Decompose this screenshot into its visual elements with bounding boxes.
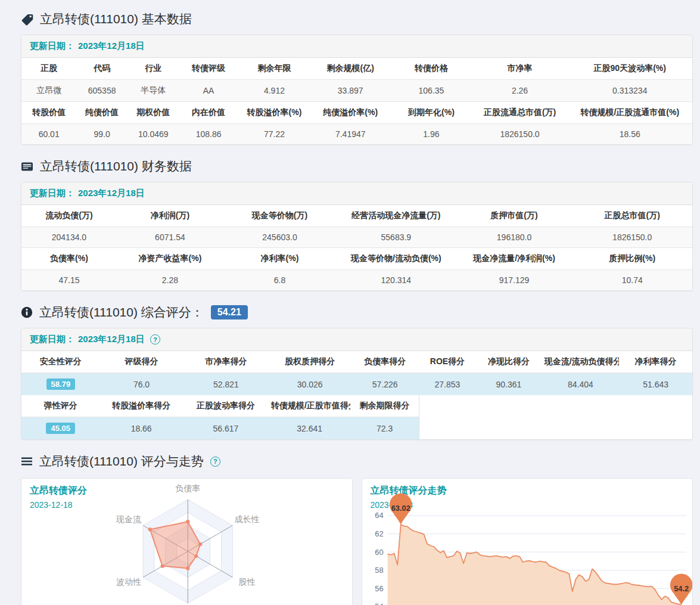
column-header: 净利润(万) xyxy=(117,205,223,227)
cell-value: 84.404 xyxy=(542,373,619,396)
svg-text:62: 62 xyxy=(375,529,383,538)
column-header: 市净率 xyxy=(472,58,568,80)
column-header: 负债率(%) xyxy=(21,248,117,270)
cell-value: 99.0 xyxy=(76,124,127,145)
score-update-bar: 更新日期： 2023年12月18日 ? xyxy=(21,328,692,351)
cell-value: 45.05 xyxy=(21,417,99,440)
cell-value: 30.026 xyxy=(269,373,350,396)
cell-value: 60.01 xyxy=(21,124,76,145)
cell-value: 77.22 xyxy=(238,124,311,145)
update-date-label: 更新日期： xyxy=(30,188,74,199)
column-header: 代码 xyxy=(76,58,127,80)
cell-value: 76.0 xyxy=(100,373,183,396)
cell-value: 10.74 xyxy=(572,270,692,291)
svg-text:64: 64 xyxy=(375,511,383,520)
cell-value: 10.0469 xyxy=(127,124,179,145)
score-table-elasticity-wrap: 弹性评分转股溢价率得分正股波动率得分转债规模/正股市值得分剩余期限得分 45.0… xyxy=(21,395,419,439)
cell-value: 2.28 xyxy=(117,270,223,291)
column-header: 转债规模/正股流通市值(%) xyxy=(567,102,692,124)
info-icon xyxy=(21,306,33,318)
svg-text:成长性: 成长性 xyxy=(235,514,260,524)
column-header: 转股溢价率得分 xyxy=(99,395,182,417)
cell-value: 32.641 xyxy=(269,417,350,440)
table-row: 立昂微605358半导体AA4.91233.897106.352.260.313… xyxy=(21,80,692,102)
svg-text:60: 60 xyxy=(375,548,383,557)
score-badge: 45.05 xyxy=(46,423,75,434)
table-header-row: 弹性评分转股溢价率得分正股波动率得分转债规模/正股市值得分剩余期限得分 xyxy=(21,395,419,417)
cell-value: 605358 xyxy=(76,80,127,102)
column-header: 剩余期限得分 xyxy=(350,395,419,417)
basic-data-panel: 更新日期： 2023年12月18日 正股代码行业转债评级剩余年限剩余规模(亿)转… xyxy=(21,35,693,145)
charts-row: 立昂转债评分 2023-12-18 负债率成长性股性规模占比波动性现金流 立昂转… xyxy=(21,478,693,605)
column-header: 市净率得分 xyxy=(183,351,269,373)
svg-text:波动性: 波动性 xyxy=(116,577,141,587)
column-header: 经营活动现金净流量(万) xyxy=(336,205,456,227)
score-panel: 更新日期： 2023年12月18日 ? 安全性评分评级得分市净率得分股权质押得分… xyxy=(21,328,693,440)
column-header: 评级得分 xyxy=(100,351,183,373)
column-header: ROE得分 xyxy=(419,351,476,373)
cell-value: 72.3 xyxy=(350,417,419,440)
cell-value: 917.129 xyxy=(456,270,573,291)
total-score-badge: 54.21 xyxy=(211,305,248,319)
cell-value: 56.617 xyxy=(183,417,269,440)
column-header: 现金等价物(万) xyxy=(223,205,336,227)
svg-text:63.02: 63.02 xyxy=(391,504,410,513)
table-header-row: 负债率(%)净资产收益率(%)净利率(%)现金等价物/流动负债(%)现金净流量/… xyxy=(21,248,692,270)
table-row: 204134.06071.54245603.055683.9196180.018… xyxy=(21,227,692,248)
cell-value: 半导体 xyxy=(127,80,179,102)
table-row: 60.0199.010.0469108.8677.227.419471.9618… xyxy=(21,124,692,145)
column-header: 负债率得分 xyxy=(351,351,419,373)
help-question-icon[interactable]: ? xyxy=(150,334,160,345)
column-header: 行业 xyxy=(127,58,179,80)
help-question-icon[interactable]: ? xyxy=(210,457,220,467)
update-date-value: 2023年12月18日 xyxy=(78,41,145,52)
cell-value: 52.821 xyxy=(183,373,269,396)
cell-value: 1826150.0 xyxy=(472,124,568,145)
column-header: 转股溢价率(%) xyxy=(238,102,311,124)
column-header: 弹性评分 xyxy=(21,395,99,417)
cell-value: 33.897 xyxy=(310,80,390,102)
cell-value: 90.361 xyxy=(475,373,542,396)
svg-text:负债率: 负债率 xyxy=(175,483,200,493)
column-header: 质押市值(万) xyxy=(456,205,573,227)
cell-value: 106.35 xyxy=(390,80,472,102)
column-header: 流动负债(万) xyxy=(21,205,117,227)
score-badge: 58.79 xyxy=(46,378,76,390)
column-header: 正股总市值(万) xyxy=(572,205,692,227)
pin-marker: 63.02 xyxy=(389,494,412,525)
column-header: 剩余规模(亿) xyxy=(310,58,390,80)
column-header: 期权价值 xyxy=(127,102,179,124)
cell-value: 7.41947 xyxy=(310,124,390,145)
cell-value: 1826150.0 xyxy=(572,227,692,248)
cell-value: 204134.0 xyxy=(21,227,117,248)
trend-card: 立昂转债评分走势 2023-12-18 5456586062642023-08-… xyxy=(362,478,693,605)
cell-value: 1.96 xyxy=(390,124,472,145)
cell-value: 51.643 xyxy=(619,373,692,396)
table-header-row: 正股代码行业转债评级剩余年限剩余规模(亿)转债价格市净率正股90天波动率(%) xyxy=(21,58,692,80)
cell-value: 6.8 xyxy=(223,270,336,291)
column-header: 纯债溢价率(%) xyxy=(310,102,390,124)
section-title-charts: 立昂转债(111010) 评分与走势 ? xyxy=(21,453,693,470)
cell-value: 18.66 xyxy=(99,417,182,440)
basic-data-table: 正股代码行业转债评级剩余年限剩余规模(亿)转债价格市净率正股90天波动率(%) … xyxy=(21,58,692,144)
update-date-label: 更新日期： xyxy=(30,41,74,52)
table-row: 47.152.286.8120.314917.12910.74 xyxy=(21,270,692,291)
update-date-value: 2023年12月18日 xyxy=(78,188,145,199)
column-header: 正股 xyxy=(21,58,76,80)
table-header-row: 流动负债(万)净利润(万)现金等价物(万)经营活动现金净流量(万)质押市值(万)… xyxy=(21,205,692,227)
svg-text:股性: 股性 xyxy=(239,577,256,587)
table-row: 45.0518.6656.61732.64172.3 xyxy=(21,417,419,440)
page-title: 立昂转债(111010) 评分与走势 xyxy=(39,453,204,470)
cell-value: 58.79 xyxy=(21,373,100,396)
section-title-basic: 立昂转债(111010) 基本数据 xyxy=(21,11,693,27)
basic-update-bar: 更新日期： 2023年12月18日 xyxy=(21,35,692,58)
column-header: 现金流/流动负债得分 xyxy=(542,351,619,373)
column-header: 正股90天波动率(%) xyxy=(567,58,692,80)
column-header: 正股流通总市值(万) xyxy=(472,102,568,124)
pin-marker: 54.2 xyxy=(670,574,692,605)
page-title: 立昂转债(111010) 综合评分： xyxy=(39,304,204,321)
page-title: 立昂转债(111010) 财务数据 xyxy=(40,158,192,175)
tag-icon xyxy=(21,13,33,26)
column-header: 净利率得分 xyxy=(619,351,692,373)
svg-text:54.2: 54.2 xyxy=(674,584,689,593)
